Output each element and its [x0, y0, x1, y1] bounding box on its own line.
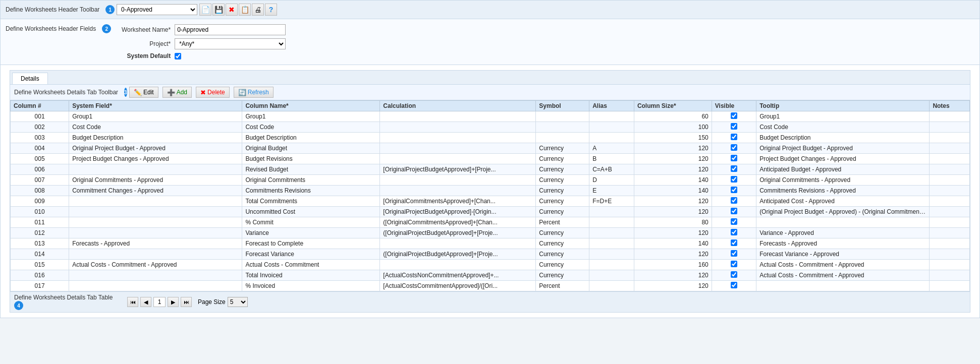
cell-notes — [930, 270, 970, 281]
cell-calc — [380, 186, 536, 196]
cell-notes — [930, 207, 970, 217]
cell-visible[interactable] — [712, 260, 756, 270]
add-button[interactable]: ➕ Add — [162, 87, 192, 98]
cell-visible[interactable] — [712, 133, 756, 143]
cell-colsize: 150 — [634, 133, 712, 143]
system-default-checkbox[interactable] — [175, 53, 181, 59]
cell-notes — [930, 111, 970, 122]
cell-colname: Budget Revisions — [242, 154, 380, 164]
cell-col: 001 — [11, 111, 69, 122]
delete-icon-btn[interactable]: ✖ — [226, 4, 238, 16]
pagination-label-spacer: Define Worksheets Details Tab Table 4 — [14, 294, 125, 310]
cell-visible[interactable] — [712, 122, 756, 133]
cell-visible[interactable] — [712, 281, 756, 291]
cell-calc — [380, 111, 536, 122]
header-fields-badge: 2 — [102, 24, 111, 33]
last-page-btn[interactable]: ⏭ — [181, 297, 192, 307]
cell-alias: F=D+E — [589, 196, 634, 207]
cell-visible[interactable] — [712, 238, 756, 249]
details-toolbar-label: Define Worksheets Details Tab Toolbar — [14, 89, 118, 96]
delete-button[interactable]: ✖ Delete — [196, 87, 230, 98]
visible-checkbox[interactable] — [731, 187, 737, 193]
cell-calc: [OriginalCommitmentsApproved]+[Chan... — [380, 196, 536, 207]
visible-checkbox[interactable] — [731, 197, 737, 204]
cell-col: 002 — [11, 122, 69, 133]
edit-button[interactable]: ✏️ Edit — [129, 87, 158, 98]
cell-visible[interactable] — [712, 217, 756, 228]
cell-colsize: 100 — [634, 122, 712, 133]
visible-checkbox[interactable] — [731, 282, 737, 288]
project-select[interactable]: *Any* — [175, 38, 286, 49]
cell-visible[interactable] — [712, 164, 756, 175]
prev-page-btn[interactable]: ◀ — [140, 297, 151, 307]
cell-symbol: Percent — [536, 281, 589, 291]
cell-visible[interactable] — [712, 207, 756, 217]
cell-calc — [380, 133, 536, 143]
visible-checkbox[interactable] — [731, 155, 737, 161]
worksheet-select[interactable]: 0-Approved — [117, 4, 197, 15]
cell-colsize: 140 — [634, 238, 712, 249]
visible-checkbox[interactable] — [731, 218, 737, 225]
cell-visible[interactable] — [712, 249, 756, 260]
save-icon-btn[interactable]: 💾 — [212, 4, 225, 16]
cell-calc: [OriginalProjectBudgetApproved]-[Origin.… — [380, 207, 536, 217]
cell-visible[interactable] — [712, 111, 756, 122]
visible-checkbox[interactable] — [731, 144, 737, 151]
cell-visible[interactable] — [712, 143, 756, 154]
cell-colname: Total Commitments — [242, 196, 380, 207]
cell-alias — [589, 111, 634, 122]
cell-colsize: 140 — [634, 186, 712, 196]
visible-checkbox[interactable] — [731, 239, 737, 246]
next-page-btn[interactable]: ▶ — [168, 297, 179, 307]
visible-checkbox[interactable] — [731, 176, 737, 183]
visible-checkbox[interactable] — [731, 123, 737, 130]
first-page-btn[interactable]: ⏮ — [127, 297, 138, 307]
visible-checkbox[interactable] — [731, 112, 737, 119]
visible-checkbox[interactable] — [731, 165, 737, 172]
header-fields-label-wrap: Define Worksheets Header Fields 2 — [6, 24, 116, 33]
table-container: Column # System Field* Column Name* Calc… — [10, 100, 970, 291]
cell-visible[interactable] — [712, 154, 756, 164]
cell-tooltip: Project Budget Changes - Approved — [756, 154, 930, 164]
cell-visible[interactable] — [712, 228, 756, 238]
print-icon-btn[interactable]: 🖨 — [252, 4, 264, 16]
visible-checkbox[interactable] — [731, 250, 737, 257]
details-table: Column # System Field* Column Name* Calc… — [10, 100, 970, 291]
cell-alias — [589, 122, 634, 133]
visible-checkbox[interactable] — [731, 271, 737, 278]
cell-colname: Total Invoiced — [242, 270, 380, 281]
cell-colname: % Commit — [242, 217, 380, 228]
visible-checkbox[interactable] — [731, 208, 737, 214]
cell-notes — [930, 238, 970, 249]
cell-visible[interactable] — [712, 175, 756, 186]
cell-colsize: 140 — [634, 175, 712, 186]
help-icon-btn[interactable]: ? — [265, 4, 277, 16]
copy-icon-btn[interactable]: 📋 — [239, 4, 251, 16]
cell-tooltip — [756, 281, 930, 291]
worksheet-name-input[interactable] — [175, 24, 286, 35]
col-header-colnum: Column # — [11, 101, 69, 111]
cell-tooltip: Commitments Revisions - Approved — [756, 186, 930, 196]
system-default-label: System Default — [122, 52, 171, 59]
cell-tooltip: Group1 — [756, 111, 930, 122]
cell-col: 004 — [11, 143, 69, 154]
cell-colname: % Invoiced — [242, 281, 380, 291]
cell-col: 006 — [11, 164, 69, 175]
details-tab[interactable]: Details — [12, 73, 48, 84]
refresh-button[interactable]: 🔄 Refresh — [234, 87, 274, 98]
cell-visible[interactable] — [712, 270, 756, 281]
visible-checkbox[interactable] — [731, 229, 737, 235]
cell-visible[interactable] — [712, 186, 756, 196]
cell-col: 011 — [11, 217, 69, 228]
visible-checkbox[interactable] — [731, 261, 737, 267]
page-size-select[interactable]: 5 — [228, 297, 248, 307]
cell-calc: [ActualCostsNonCommitmentApproved]+... — [380, 270, 536, 281]
cell-visible[interactable] — [712, 196, 756, 207]
cell-calc — [380, 143, 536, 154]
col-header-visible: Visible — [712, 101, 756, 111]
table-row: 013Forecasts - ApprovedForecast to Compl… — [11, 238, 970, 249]
new-icon-btn[interactable]: 📄 — [199, 4, 211, 16]
cell-notes — [930, 186, 970, 196]
cell-col: 014 — [11, 249, 69, 260]
visible-checkbox[interactable] — [731, 134, 737, 140]
